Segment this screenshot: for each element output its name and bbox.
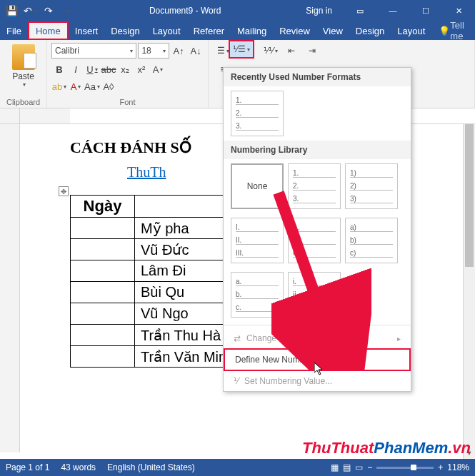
tab-home[interactable]: Home [28,21,69,40]
redo-icon[interactable]: ↷ [40,2,57,19]
italic-button[interactable]: I [68,61,84,77]
strike-button[interactable]: abc [101,61,116,77]
qa-dropdown-icon[interactable]: ▾ [59,2,76,19]
tab-layout2[interactable]: Layout [391,21,431,40]
table-move-handle-icon[interactable]: ✥ [59,186,69,196]
numbering-none[interactable]: None [231,163,284,209]
zoom-slider[interactable] [376,467,434,469]
text-effects-icon[interactable]: A▾ [150,61,166,77]
window-title: Document9 - Word [76,6,294,16]
titlebar: 💾 ↶▾ ↷ ▾ Document9 - Word Sign in ▭ — ☐ … [0,0,475,21]
numbering-dropdown: Recently Used Number Formats 1. 2. 3. Nu… [223,67,411,392]
highlight-icon[interactable]: ab▾ [51,79,67,94]
table-header[interactable]: Ngày [71,196,135,218]
statusbar: Page 1 of 1 43 words English (United Sta… [0,459,475,476]
watermark: ThuThuatPhanMem.vn [302,439,471,457]
numbering-option[interactable]: 1.2.3. [288,163,341,209]
signin-link[interactable]: Sign in [294,6,344,16]
ribbon-tabs: File Home Insert Design Layout Referer M… [0,21,475,40]
undo-icon[interactable]: ↶▾ [21,2,39,19]
zoom-level[interactable]: 118% [447,462,469,472]
numbering-option[interactable]: a)b)c) [345,218,398,263]
change-case-icon[interactable]: Aa▾ [84,79,100,94]
zoom-in-icon[interactable]: + [438,462,443,472]
numbering-option[interactable]: A.B.C. [288,218,341,263]
tell-me-label: Tell me [450,20,464,41]
numbering-option[interactable]: I.II.III. [231,218,284,263]
ribbon-display-icon[interactable]: ▭ [344,0,376,21]
tab-mailings[interactable]: Mailing [231,21,273,40]
recent-formats-label: Recently Used Number Formats [224,68,411,86]
paste-icon [12,44,35,70]
subscript-button[interactable]: x₂ [117,61,133,77]
multilevel-button[interactable]: ⅟⅟▾ [261,43,281,59]
font-name-combo[interactable]: Calibri▾ [51,43,136,59]
word-count[interactable]: 43 words [61,462,96,472]
tab-design2[interactable]: Design [349,21,391,40]
change-list-level: ⇄ Change List Level▸ [224,328,411,348]
underline-button[interactable]: U▾ [84,61,100,77]
tab-design[interactable]: Design [104,21,146,40]
numbering-option[interactable]: i.ii.iii. [288,272,341,318]
numbering-option[interactable]: a.b.c. [231,272,284,318]
numbering-button[interactable]: ⅟☰▾ [229,40,254,59]
numbering-option[interactable]: 1)2)3) [345,163,398,209]
superscript-button[interactable]: x² [134,61,149,77]
print-layout-icon[interactable]: ▤ [343,462,351,472]
close-icon[interactable]: ✕ [442,0,475,21]
grow-font-icon[interactable]: A↑ [171,43,186,59]
increase-indent-button[interactable]: ⇥ [302,43,322,59]
minimize-icon[interactable]: — [376,0,409,21]
tab-references[interactable]: Referer [187,21,231,40]
numbering-option[interactable]: 1. 2. 3. [231,91,284,136]
library-label: Numbering Library [224,141,411,159]
web-layout-icon[interactable]: ▭ [355,462,363,472]
decrease-indent-button[interactable]: ⇤ [281,43,301,59]
cursor-icon [314,363,326,377]
scroll-thumb[interactable] [465,124,474,267]
clipboard-label: Clipboard [0,98,46,106]
share-button[interactable]: 👤 Share [471,21,475,40]
page-indicator[interactable]: Page 1 of 1 [6,462,49,472]
tab-file[interactable]: File [0,21,28,40]
tab-review[interactable]: Review [273,21,316,40]
tab-layout[interactable]: Layout [146,21,187,40]
bold-button[interactable]: B [51,61,67,77]
tab-view[interactable]: View [316,21,349,40]
group-font: Calibri▾ 18▾ A↑ A↓ B I U▾ abc x₂ x² A▾ a… [47,40,209,108]
font-size-combo[interactable]: 18▾ [138,43,169,59]
paste-label: Paste [12,71,34,81]
font-color-icon[interactable]: A▾ [68,79,84,94]
tell-me[interactable]: 💡 Tell me [431,21,471,40]
vertical-scrollbar[interactable]: ▲ ▼ [463,124,475,459]
zoom-out-icon[interactable]: − [367,462,372,472]
clear-formatting-icon[interactable]: A◊ [101,79,116,94]
maximize-icon[interactable]: ☐ [409,0,442,21]
tab-insert[interactable]: Insert [69,21,105,40]
shrink-font-icon[interactable]: A↓ [188,43,204,59]
read-mode-icon[interactable]: ▦ [331,462,339,472]
paste-button[interactable]: Paste ▾ [4,43,42,88]
font-group-label: Font [47,98,208,106]
language-indicator[interactable]: English (United States) [107,462,195,472]
save-icon[interactable]: 💾 [3,2,20,19]
group-clipboard: Paste ▾ Clipboard [0,40,47,108]
